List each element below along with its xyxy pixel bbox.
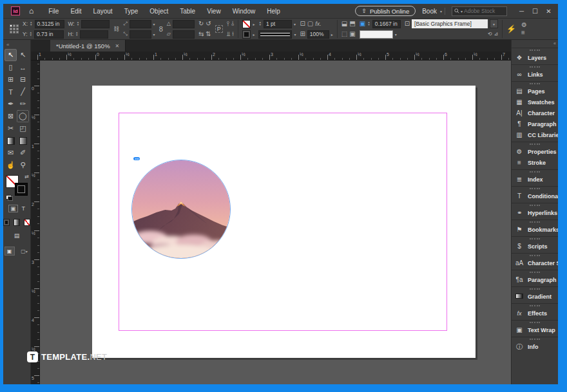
pasteboard[interactable] bbox=[40, 61, 511, 384]
w-stepper[interactable]: ▲▼ bbox=[77, 21, 79, 26]
close-button[interactable]: ✕ bbox=[543, 8, 554, 15]
formatting-affects-text-button[interactable]: T bbox=[22, 205, 26, 212]
tab-close-icon[interactable]: ✕ bbox=[115, 43, 120, 49]
panel-item-character[interactable]: A|Character bbox=[512, 107, 558, 118]
panel-item-text-wrap[interactable]: ▣Text Wrap bbox=[512, 324, 558, 335]
stroke-weight-field[interactable]: 1 pt bbox=[264, 20, 292, 28]
wrap-offset-stepper[interactable]: ▲▼ bbox=[367, 21, 370, 26]
gap-tool[interactable]: ↔ bbox=[17, 61, 29, 73]
frame-anchor-badge[interactable] bbox=[133, 157, 140, 160]
gradient-swatch-tool[interactable] bbox=[5, 135, 17, 147]
type-tool[interactable]: T bbox=[5, 86, 17, 98]
stroke-proxy-black[interactable] bbox=[15, 183, 28, 196]
w-field[interactable] bbox=[81, 20, 110, 28]
wrap-to-dropdown[interactable] bbox=[360, 30, 393, 39]
y-stepper[interactable]: ▲▼ bbox=[30, 32, 32, 37]
x-stepper[interactable]: ▲▼ bbox=[30, 21, 32, 26]
clear-overrides-icon[interactable]: ⟲ bbox=[488, 31, 492, 37]
panel-item-links[interactable]: ∞Links bbox=[512, 69, 558, 80]
panel-item-character-styles[interactable]: aACharacter Styles bbox=[512, 257, 558, 268]
panel-item-conditional-text[interactable]: TConditional Text bbox=[512, 191, 558, 201]
flip-horizontal-button[interactable]: ⇆ bbox=[198, 31, 204, 37]
opacity-chevron-icon[interactable]: ▸ bbox=[331, 32, 333, 37]
publish-online-button[interactable]: ⇧ Publish Online bbox=[355, 6, 416, 16]
stroke-style-dropdown[interactable] bbox=[258, 30, 292, 39]
object-style-dropdown[interactable]: [Basic Graphics Frame] bbox=[412, 19, 488, 28]
corner-shape-icon[interactable]: ▢ bbox=[307, 21, 313, 27]
menu-edit[interactable]: Edit bbox=[64, 8, 87, 15]
panel-item-paragraph-styles[interactable]: ¶aParagraph Styles bbox=[512, 274, 558, 285]
rectangle-frame-tool[interactable]: ⊠ bbox=[5, 110, 17, 122]
panel-item-bookmarks[interactable]: ⚑Bookmarks bbox=[512, 224, 558, 235]
wrap-shape-active-icon[interactable]: ▣ bbox=[360, 21, 365, 27]
horizontal-ruler[interactable]: 1½0½1½2½3½4½5½6½7 bbox=[31, 51, 511, 61]
note-tool[interactable]: ✉ bbox=[5, 147, 17, 159]
constrain-scale-chain-icon[interactable]: 8 bbox=[159, 26, 163, 32]
apply-color-button[interactable] bbox=[3, 219, 10, 226]
scale-x-chevron-icon[interactable]: ▾ bbox=[153, 22, 155, 26]
menu-object[interactable]: Object bbox=[144, 8, 174, 15]
menu-type[interactable]: Type bbox=[119, 8, 144, 15]
screen-mode-preview-button[interactable]: ▢▾ bbox=[19, 247, 30, 256]
align-bottom-button[interactable]: ⫮ bbox=[232, 31, 234, 37]
menu-window[interactable]: Window bbox=[227, 8, 262, 15]
opacity-field[interactable]: 100% bbox=[307, 30, 329, 39]
h-field[interactable] bbox=[80, 30, 108, 39]
maximize-button[interactable]: ☐ bbox=[530, 8, 541, 15]
panel-item-index[interactable]: ≣Index bbox=[512, 174, 558, 185]
panel-item-layers[interactable]: ❖Layers bbox=[512, 52, 558, 63]
menu-layout[interactable]: Layout bbox=[88, 8, 119, 15]
stroke-chevron-icon[interactable]: ▸ bbox=[253, 32, 255, 37]
menu-table[interactable]: Table bbox=[174, 8, 201, 15]
ellipse-image-frame[interactable] bbox=[131, 160, 231, 259]
free-transform-tool[interactable]: ◰ bbox=[17, 122, 29, 135]
transform-reference-icon[interactable]: P bbox=[215, 25, 223, 33]
align-horizontal-centers-button[interactable]: ⫯ bbox=[227, 21, 229, 27]
view-options-icon[interactable]: ▤ bbox=[14, 232, 20, 239]
panel-item-properties[interactable]: ⚙Properties bbox=[512, 146, 558, 157]
pen-tool[interactable]: ✒ bbox=[5, 98, 17, 110]
line-tool[interactable]: ╱ bbox=[17, 86, 29, 98]
quick-apply-icon[interactable]: ⚡ bbox=[506, 26, 516, 32]
reference-point-locator[interactable] bbox=[10, 24, 19, 33]
flip-vertical-button[interactable]: ⇅ bbox=[206, 31, 211, 37]
menu-view[interactable]: View bbox=[201, 8, 227, 15]
panel-item-gradient[interactable]: Gradient bbox=[512, 291, 558, 302]
wrap-jump-to-next-button[interactable]: ▣ bbox=[349, 31, 355, 37]
formatting-affects-container-button[interactable]: ▣ bbox=[8, 205, 18, 212]
panel-item-paragraph[interactable]: ¶Paragraph bbox=[512, 118, 558, 129]
rotate-ccw-button[interactable]: ↺ bbox=[206, 21, 211, 27]
stroke-weight-chevron-icon[interactable]: ▾ bbox=[294, 22, 296, 26]
content-collector-tool[interactable]: ⊞ bbox=[5, 73, 17, 86]
break-link-style-icon[interactable]: ⊿ bbox=[494, 31, 498, 37]
wrap-jump-object-button[interactable]: ⬚ bbox=[341, 31, 347, 37]
effects-fx-button[interactable]: fx. bbox=[315, 21, 322, 27]
corner-options-icon[interactable]: ⊡ bbox=[300, 21, 305, 27]
fill-stroke-proxy[interactable]: ⇄ bbox=[6, 175, 28, 196]
panel-item-stroke[interactable]: ≡Stroke bbox=[512, 157, 558, 168]
screen-mode-normal-button[interactable]: ▣ bbox=[5, 247, 15, 256]
panel-item-cc-libraries[interactable]: ▥CC Libraries bbox=[512, 129, 558, 140]
scale-y-field[interactable] bbox=[130, 30, 151, 39]
zoom-tool[interactable]: ⚲ bbox=[17, 159, 29, 171]
stroke-swatch-black[interactable] bbox=[242, 30, 251, 39]
home-icon[interactable]: ⌂ bbox=[29, 6, 34, 15]
scale-y-chevron-icon[interactable]: ▾ bbox=[153, 32, 155, 37]
panel-item-effects[interactable]: fxEffects bbox=[512, 308, 558, 319]
apply-none-button[interactable] bbox=[24, 219, 30, 226]
fill-chevron-icon[interactable]: ▸ bbox=[253, 22, 255, 26]
page-tool[interactable]: ▯ bbox=[5, 61, 17, 73]
gear-icon[interactable]: ⚙ bbox=[521, 22, 527, 28]
panel-menu-icon[interactable]: ≡ bbox=[521, 30, 527, 36]
apply-gradient-button[interactable] bbox=[14, 219, 20, 226]
document-tab[interactable]: *Untitled-1 @ 150% ✕ bbox=[50, 40, 126, 51]
wrap-bounding-box-button[interactable]: ⬒ bbox=[349, 21, 355, 27]
panel-item-scripts[interactable]: $Scripts bbox=[512, 241, 558, 252]
document-page[interactable] bbox=[92, 86, 476, 358]
book-dropdown[interactable]: Book ▾ bbox=[422, 8, 445, 15]
direct-selection-tool[interactable]: ↖ bbox=[17, 49, 29, 61]
swap-fill-stroke-icon[interactable]: ⇄ bbox=[24, 174, 29, 180]
minimize-button[interactable]: ─ bbox=[516, 8, 527, 15]
panel-item-pages[interactable]: ▤Pages bbox=[512, 86, 558, 97]
panel-item-hyperlinks[interactable]: ⚭Hyperlinks bbox=[512, 207, 558, 218]
